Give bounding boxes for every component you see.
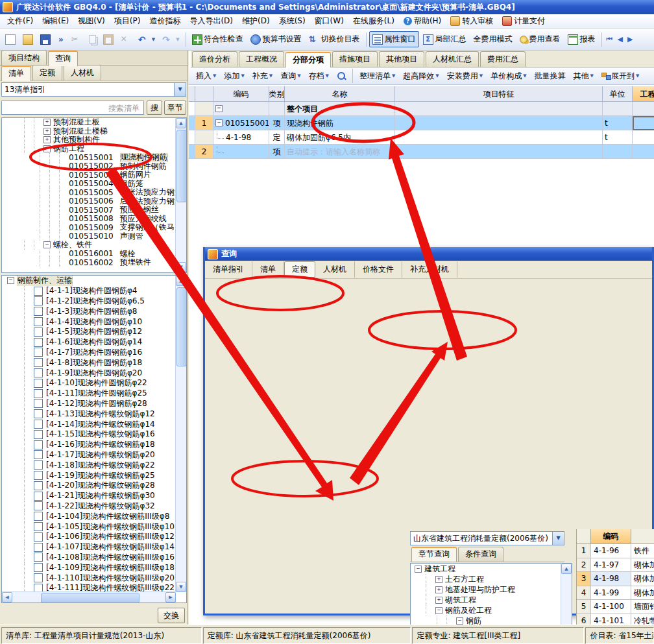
- table-row[interactable]: 44-1-99砌体加固筋φ8内t59: [577, 586, 654, 601]
- table-row[interactable]: 54-1-100墙面钉钢板网10m22: [577, 600, 654, 614]
- tree-collapse-icon[interactable]: −: [456, 617, 463, 625]
- property-window-button[interactable]: 属性窗口: [369, 31, 419, 47]
- menu-item-system[interactable]: 系统(S): [274, 14, 310, 28]
- grid-cell-type[interactable]: 项: [269, 145, 285, 159]
- quota-list-item[interactable]: [4-1-104]现浇构件螺纹钢筋III级φ8: [2, 511, 186, 521]
- menu-item-view[interactable]: 视图(V): [73, 14, 110, 28]
- grid-cell-type[interactable]: [269, 102, 285, 116]
- search-input[interactable]: 搜索清单: [1, 101, 144, 115]
- menu-item-import-export[interactable]: 导入导出(D): [185, 14, 237, 28]
- popup-subtab-chapter-query[interactable]: 章节查询: [411, 547, 457, 562]
- tree-item[interactable]: 010515009支撑钢筋（铁马）: [2, 223, 186, 232]
- scroll-up-icon[interactable]: ▲: [176, 276, 186, 286]
- checkbox-unchecked-icon[interactable]: [34, 368, 43, 377]
- tree-item[interactable]: 010515006后张法预应力钢筋: [2, 197, 186, 206]
- checkbox-unchecked-icon[interactable]: [34, 532, 43, 542]
- menu-item-measure-pay[interactable]: 计量支付: [498, 14, 550, 28]
- menu-item-file[interactable]: 文件(F): [3, 14, 38, 28]
- tree-expand-icon[interactable]: +: [435, 597, 442, 604]
- copy-button[interactable]: [86, 32, 99, 46]
- list-scrollbar-thumb[interactable]: [176, 287, 187, 366]
- quota-library-dropdown[interactable]: 山东省建筑工程消耗量定额(2006基价) ▼: [410, 531, 564, 545]
- checkbox-unchecked-icon[interactable]: [34, 307, 43, 316]
- tree-item[interactable]: 010515010声测管: [2, 232, 186, 241]
- tab-rcj-summary[interactable]: 人材机汇总: [426, 51, 479, 67]
- quota-list-item[interactable]: [4-1-3]现浇构件圆钢筋φ8: [2, 306, 186, 316]
- grid-cell-unit[interactable]: t: [603, 130, 633, 145]
- checkbox-unchecked-icon[interactable]: [34, 317, 43, 326]
- grid-cell-feature[interactable]: [395, 145, 603, 159]
- tree-collapse-icon[interactable]: −: [435, 607, 442, 614]
- grid-cell-unit[interactable]: [603, 145, 633, 159]
- sidebar-tab-project-structure[interactable]: 项目结构: [1, 50, 47, 66]
- popup-tab-qingdan-zhiyin[interactable]: 清单指引: [205, 261, 252, 278]
- quota-list-item[interactable]: [4-1-4]现浇构件圆钢筋φ10: [2, 316, 186, 327]
- grid-cell-code[interactable]: −: [213, 102, 269, 116]
- quota-list-item[interactable]: [4-1-7]现浇构件圆钢筋φ16: [2, 348, 186, 358]
- checkbox-unchecked-icon[interactable]: [34, 460, 43, 470]
- grid-cell-quantity[interactable]: [633, 145, 654, 159]
- popup-cell-code[interactable]: 4-1-97: [591, 558, 631, 573]
- checkbox-unchecked-icon[interactable]: [34, 389, 43, 398]
- quota-list-item[interactable]: [4-1-6]现浇构件圆钢筋φ14: [2, 337, 186, 348]
- popup-cell-name[interactable]: 砌体加固筋φ5内: [631, 558, 654, 573]
- tree-item[interactable]: +预制混凝土板: [2, 118, 186, 127]
- quota-list-header[interactable]: −钢筋制作、运输: [2, 276, 186, 286]
- popup-tab-supplement-rcj[interactable]: 补充人材机: [402, 261, 457, 278]
- popup-cell-code[interactable]: 4-1-98: [591, 572, 631, 586]
- tree-item[interactable]: 010515008预应力钢绞线: [2, 215, 186, 224]
- checkbox-unchecked-icon[interactable]: [34, 430, 43, 439]
- sidebar-subtab-dinge[interactable]: 定额: [32, 65, 62, 80]
- grid-header-0[interactable]: [189, 86, 195, 102]
- checkbox-unchecked-icon[interactable]: [34, 563, 43, 572]
- tree-item[interactable]: 010515002预制构件钢筋: [2, 162, 186, 171]
- popup-table-header-1[interactable]: 编码: [591, 529, 631, 544]
- checkbox-unchecked-icon[interactable]: [34, 512, 43, 521]
- checkbox-unchecked-icon[interactable]: [34, 492, 43, 501]
- tree-item[interactable]: 010516002预埋铁件: [2, 258, 186, 267]
- tree-expand-icon[interactable]: +: [43, 128, 51, 135]
- checkbox-unchecked-icon[interactable]: [34, 553, 43, 562]
- partial-summary-button[interactable]: Σ局部汇总: [420, 31, 470, 47]
- tree-item[interactable]: +地基处理与防护工程: [411, 584, 572, 595]
- tab-other-items[interactable]: 其他项目: [379, 51, 424, 67]
- add-button[interactable]: 添加▼: [221, 69, 247, 83]
- fee-view-button[interactable]: 费用查看: [516, 31, 564, 47]
- checkbox-unchecked-icon[interactable]: [34, 450, 43, 459]
- quota-list-item[interactable]: [4-1-106]现浇构件螺纹钢筋III级φ12: [2, 532, 186, 542]
- checkbox-unchecked-icon[interactable]: [34, 522, 43, 531]
- table-row[interactable]: 2项自动提示：请输入名称简称: [189, 145, 654, 159]
- table-row[interactable]: 24-1-97砌体加固筋φ5内t70: [577, 558, 654, 573]
- expand-to-button[interactable]: 展开到▼: [598, 69, 642, 83]
- scroll-right-icon[interactable]: ▶: [165, 592, 176, 602]
- checkbox-unchecked-icon[interactable]: [34, 420, 43, 429]
- tree-item[interactable]: 010515004钢筋笼: [2, 180, 186, 189]
- grid-cell-unit[interactable]: t: [603, 116, 633, 130]
- scroll-up-icon[interactable]: ▲: [561, 564, 572, 574]
- grid-cell-name[interactable]: 整个项目: [285, 102, 395, 116]
- tree-collapse-icon[interactable]: −: [215, 105, 223, 112]
- popup-cell-code[interactable]: 4-1-100: [591, 600, 631, 614]
- full-cost-mode-button[interactable]: 全费用模式: [470, 31, 516, 47]
- grid-header-4[interactable]: 名称: [285, 86, 395, 102]
- tree-item[interactable]: 010515005先张法预应力钢筋: [2, 188, 186, 197]
- tree-item[interactable]: −钢筋工程: [2, 145, 186, 154]
- popup-tab-dinge[interactable]: 定额: [284, 261, 315, 278]
- checkbox-unchecked-icon[interactable]: [34, 440, 43, 449]
- popup-cell-name[interactable]: 墙面钉钢板网: [631, 600, 654, 614]
- tree-scrollbar-thumb[interactable]: [176, 130, 187, 202]
- popup-tab-rencaiji[interactable]: 人材机: [315, 261, 355, 278]
- checkbox-unchecked-icon[interactable]: [34, 358, 43, 367]
- quota-list-item[interactable]: [4-1-15]现浇构件螺纹钢筋φ16: [2, 429, 186, 440]
- grid-cell-type[interactable]: 项: [269, 116, 285, 130]
- grid-header-6[interactable]: 单位: [603, 86, 633, 102]
- scroll-down-icon[interactable]: ▼: [176, 262, 186, 272]
- popup-cell-name[interactable]: 铁件: [631, 544, 654, 558]
- grid-cell-name[interactable]: 自动提示：请输入名称简称: [285, 145, 395, 159]
- tree-item[interactable]: +预制混凝土楼梯: [2, 127, 186, 136]
- grid-cell-feature[interactable]: [395, 116, 603, 130]
- tree-item[interactable]: +砌筑工程: [411, 595, 572, 605]
- popup-cell-name[interactable]: 砌体加固筋φ6.5内: [631, 572, 654, 586]
- nav-next-icon[interactable]: ▶: [625, 34, 635, 45]
- toolbar-overflow[interactable]: »: [54, 35, 67, 44]
